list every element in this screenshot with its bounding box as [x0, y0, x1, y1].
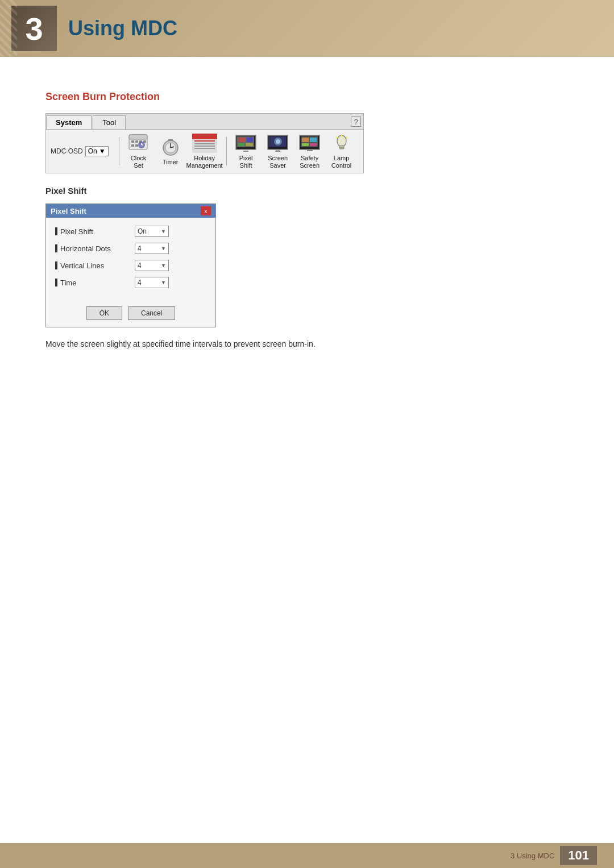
- chapter-title: Using MDC: [68, 16, 177, 40]
- svg-rect-33: [310, 143, 317, 146]
- section-heading: Screen Burn Protection: [45, 91, 569, 103]
- dialog-footer: OK Cancel: [46, 302, 215, 327]
- toolbar-divider-1: [119, 137, 119, 165]
- svg-point-35: [337, 135, 346, 147]
- clock-icon: [127, 133, 150, 153]
- svg-rect-3: [135, 140, 138, 143]
- screen-saver-icon: [267, 133, 289, 153]
- svg-rect-7: [135, 144, 138, 147]
- svg-rect-6: [131, 144, 134, 147]
- toolbar-body: MDC OSD On ▼: [46, 130, 363, 173]
- holiday-icon: [190, 133, 219, 153]
- toolbar-item-lamp-control[interactable]: LampControl: [327, 133, 356, 169]
- dialog-row-pixel-shift: Pixel Shift On ▼: [55, 226, 206, 237]
- holiday-management-label: HolidayManagement: [186, 155, 222, 169]
- timer-icon: [159, 137, 182, 157]
- safety-screen-icon: [298, 133, 321, 153]
- header-bar: 3 Using MDC: [0, 0, 614, 57]
- svg-rect-34: [307, 150, 313, 151]
- lamp-control-icon: [330, 133, 353, 153]
- toolbar-item-holiday[interactable]: HolidayManagement: [188, 133, 222, 169]
- dialog-body: Pixel Shift On ▼ Horizontal Dots 4 ▼: [46, 218, 215, 302]
- svg-rect-19: [247, 138, 253, 142]
- dialog-row-horizontal-dots: Horizontal Dots 4 ▼: [55, 243, 206, 254]
- footer-text: 3 Using MDC: [511, 852, 554, 860]
- horizontal-dots-select[interactable]: 4 ▼: [135, 243, 169, 254]
- footer: 3 Using MDC 101: [0, 843, 614, 868]
- vertical-lines-select[interactable]: 4 ▼: [135, 260, 169, 271]
- svg-rect-18: [238, 138, 246, 142]
- toolbar-item-clock-set[interactable]: ClockSet: [124, 133, 154, 169]
- dialog-title-bar: Pixel Shift x: [46, 204, 215, 218]
- main-content: Screen Burn Protection System Tool ? MDC…: [45, 68, 569, 351]
- chapter-number-box: 3: [11, 6, 57, 51]
- row-indicator: [55, 279, 57, 286]
- svg-rect-2: [131, 140, 134, 143]
- mdc-osd-label: MDC OSD: [51, 147, 83, 155]
- row-indicator: [55, 227, 57, 235]
- svg-line-39: [336, 137, 337, 138]
- pixel-shift-label: PixelShift: [239, 155, 253, 169]
- ok-button[interactable]: OK: [86, 306, 122, 320]
- svg-rect-32: [302, 143, 309, 146]
- toolbar-item-pixel-shift[interactable]: PixelShift: [231, 133, 261, 169]
- pixel-shift-icon: [235, 133, 258, 153]
- row-indicator: [55, 261, 57, 269]
- svg-line-40: [346, 137, 347, 138]
- toolbar-item-timer[interactable]: Timer: [156, 137, 185, 166]
- pixel-shift-heading: Pixel Shift: [45, 186, 569, 196]
- help-icon[interactable]: ?: [351, 117, 361, 127]
- chapter-number: 3: [25, 10, 43, 47]
- lamp-control-label: LampControl: [331, 155, 351, 169]
- svg-rect-21: [246, 143, 253, 146]
- dialog-row-vertical-lines: Vertical Lines 4 ▼: [55, 260, 206, 271]
- safety-screen-label: SafetyScreen: [300, 155, 320, 169]
- description-text: Move the screen slightly at specified ti…: [45, 338, 569, 350]
- svg-rect-1: [129, 135, 147, 139]
- toolbar-item-safety-screen[interactable]: SafetyScreen: [295, 133, 325, 169]
- mdc-osd-control: MDC OSD On ▼: [51, 146, 109, 156]
- toolbar-window: System Tool ? MDC OSD On ▼: [45, 113, 364, 173]
- timer-label: Timer: [163, 159, 179, 166]
- footer-page-number: 101: [560, 846, 597, 865]
- pixel-shift-select[interactable]: On ▼: [135, 226, 169, 237]
- svg-rect-31: [310, 138, 317, 142]
- svg-rect-15: [168, 139, 173, 141]
- tab-tool[interactable]: Tool: [93, 115, 126, 129]
- svg-rect-20: [238, 143, 244, 146]
- svg-rect-22: [243, 151, 248, 152]
- svg-rect-30: [302, 138, 309, 142]
- svg-rect-37: [339, 147, 344, 149]
- cancel-button[interactable]: Cancel: [128, 306, 175, 320]
- toolbar-item-screen-saver[interactable]: ScreenSaver: [263, 133, 293, 169]
- dialog-close-button[interactable]: x: [201, 206, 211, 215]
- mdc-osd-dropdown[interactable]: On ▼: [85, 146, 109, 156]
- toolbar-tabs-bar: System Tool ?: [46, 114, 363, 130]
- clock-set-label: ClockSet: [131, 155, 147, 169]
- dialog-row-time: Time 4 ▼: [55, 277, 206, 288]
- dialog-title: Pixel Shift: [51, 207, 86, 215]
- tab-system[interactable]: System: [46, 115, 92, 129]
- row-indicator: [55, 244, 57, 252]
- toolbar-divider-2: [226, 137, 227, 165]
- pixel-shift-dialog: Pixel Shift x Pixel Shift On ▼ Horizont: [45, 203, 216, 327]
- time-select[interactable]: 4 ▼: [135, 277, 169, 288]
- screen-saver-label: ScreenSaver: [268, 155, 288, 169]
- svg-point-26: [276, 139, 280, 144]
